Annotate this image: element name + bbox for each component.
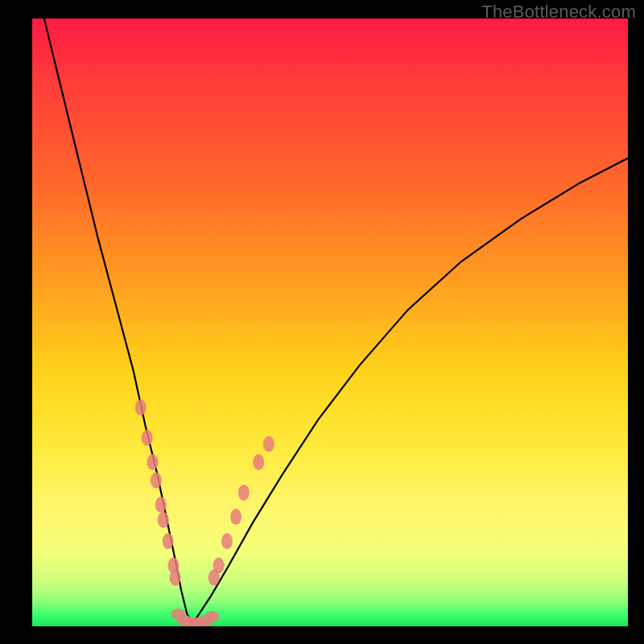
data-point: [221, 533, 233, 549]
data-point: [170, 570, 181, 586]
data-point: [230, 509, 242, 525]
data-point: [142, 430, 153, 446]
data-point: [205, 611, 220, 622]
curve-svg: [32, 19, 628, 626]
data-point: [238, 485, 250, 501]
chart-frame: TheBottleneck.com: [0, 0, 644, 644]
data-point: [135, 399, 147, 415]
bottleneck-curve: [44, 19, 628, 623]
data-point: [147, 454, 159, 470]
data-point: [158, 512, 169, 528]
data-point: [213, 558, 225, 574]
plot-area: [32, 19, 628, 626]
data-point: [151, 473, 162, 489]
dots-valley: [171, 609, 219, 626]
data-point: [253, 454, 264, 470]
data-point: [163, 533, 174, 549]
dots-left-branch: [135, 399, 181, 585]
data-point: [263, 436, 275, 452]
dots-right-branch: [208, 436, 275, 586]
data-point: [155, 497, 167, 513]
